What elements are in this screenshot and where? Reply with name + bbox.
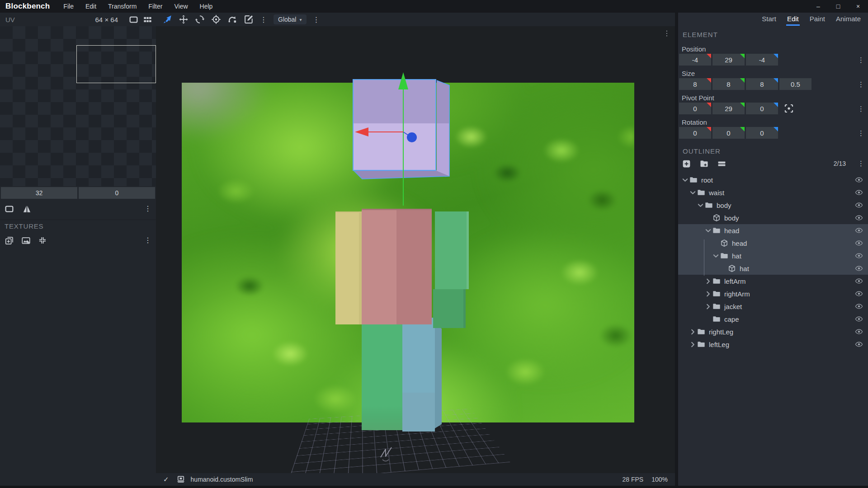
- rotate-tool-icon[interactable]: [195, 14, 205, 24]
- tab-animate[interactable]: Animate: [836, 15, 861, 24]
- toolbar-menu-icon[interactable]: ⋮: [260, 15, 267, 24]
- pivot-x-input[interactable]: 0: [679, 103, 711, 114]
- transform-space-dropdown[interactable]: Global ▾: [274, 14, 307, 24]
- pivot-tool-icon[interactable]: [211, 14, 221, 24]
- model-body[interactable]: [362, 209, 432, 324]
- outliner-row-jacket[interactable]: jacket: [678, 300, 868, 313]
- viewport-menu-icon[interactable]: ⋮: [663, 29, 670, 38]
- size-y-input[interactable]: 8: [712, 78, 745, 90]
- outliner-row-leftleg[interactable]: leftLeg: [678, 338, 868, 351]
- visibility-eye-icon[interactable]: [854, 176, 863, 184]
- outliner-row-body-group[interactable]: body: [678, 199, 868, 211]
- mirror-view-icon[interactable]: [22, 204, 32, 214]
- visibility-eye-icon[interactable]: [854, 201, 863, 209]
- menu-edit[interactable]: Edit: [85, 3, 96, 10]
- outliner-row-root[interactable]: root: [678, 174, 868, 186]
- menu-transform[interactable]: Transform: [108, 3, 137, 10]
- rotation-menu-icon[interactable]: ⋮: [858, 129, 864, 137]
- uv-editor-canvas[interactable]: [0, 26, 156, 186]
- import-texture-icon[interactable]: [5, 236, 14, 245]
- chevron-down-icon[interactable]: [681, 176, 689, 183]
- visibility-eye-icon[interactable]: [854, 277, 863, 285]
- resize-gizmo-icon[interactable]: [179, 14, 189, 24]
- position-z-input[interactable]: -4: [746, 54, 778, 66]
- uv-y-slider[interactable]: 0: [79, 187, 155, 199]
- chevron-down-icon[interactable]: [712, 252, 720, 259]
- size-menu-icon[interactable]: ⋮: [858, 80, 864, 89]
- grid-toggle-icon[interactable]: [143, 15, 152, 24]
- uv-frame-icon[interactable]: [5, 204, 14, 214]
- outliner-row-hat-cube[interactable]: hat: [678, 262, 868, 275]
- tab-start[interactable]: Start: [762, 15, 776, 24]
- tab-edit[interactable]: Edit: [787, 15, 799, 24]
- rotation-z-input[interactable]: 0: [746, 127, 778, 139]
- add-cube-icon[interactable]: [682, 159, 691, 169]
- 3d-viewport[interactable]: ⋮: [156, 26, 675, 473]
- add-group-icon[interactable]: [699, 159, 709, 169]
- chevron-right-icon[interactable]: [704, 290, 712, 297]
- menu-view[interactable]: View: [174, 3, 188, 10]
- model-right-leg[interactable]: [402, 318, 435, 432]
- outliner-row-body-cube[interactable]: body: [678, 211, 868, 224]
- outliner-row-cape[interactable]: cape: [678, 313, 868, 325]
- visibility-eye-icon[interactable]: [854, 302, 863, 310]
- visibility-eye-icon[interactable]: [854, 328, 863, 336]
- outliner-menu-icon[interactable]: ⋮: [858, 160, 864, 168]
- visibility-eye-icon[interactable]: [854, 239, 863, 247]
- outliner-row-leftarm[interactable]: leftArm: [678, 275, 868, 287]
- chevron-down-icon[interactable]: [696, 202, 704, 209]
- chevron-right-icon[interactable]: [689, 328, 697, 335]
- outliner-row-rightleg[interactable]: rightLeg: [678, 325, 868, 338]
- size-x-input[interactable]: 8: [679, 78, 711, 90]
- visibility-eye-icon[interactable]: [854, 340, 863, 348]
- model-left-arm[interactable]: [335, 211, 362, 324]
- visibility-eye-icon[interactable]: [854, 214, 863, 222]
- center-pivot-icon[interactable]: [783, 103, 794, 114]
- outliner-row-rightarm[interactable]: rightArm: [678, 287, 868, 300]
- create-texture-icon[interactable]: [21, 236, 31, 245]
- rotation-x-input[interactable]: 0: [679, 127, 711, 139]
- uv-toolbar-menu-icon[interactable]: ⋮: [144, 205, 151, 212]
- tab-paint[interactable]: Paint: [810, 15, 825, 24]
- menu-filter[interactable]: Filter: [148, 3, 162, 10]
- menu-file[interactable]: File: [63, 3, 74, 10]
- edit-tool-icon[interactable]: [244, 14, 254, 24]
- outliner-row-head-group[interactable]: head: [678, 224, 868, 237]
- uv-x-slider[interactable]: 32: [1, 187, 77, 199]
- chevron-right-icon[interactable]: [704, 277, 712, 285]
- outliner-row-hat-group[interactable]: hat: [678, 249, 868, 262]
- validation-check-icon[interactable]: ✓: [163, 475, 169, 483]
- append-template-icon[interactable]: [38, 236, 47, 245]
- toggle-rows-icon[interactable]: [717, 159, 726, 169]
- vertex-snap-icon[interactable]: [227, 14, 237, 24]
- outliner-row-waist[interactable]: waist: [678, 186, 868, 199]
- chevron-down-icon[interactable]: [704, 227, 712, 234]
- pivot-z-input[interactable]: 0: [746, 103, 778, 114]
- chevron-right-icon[interactable]: [704, 303, 712, 310]
- visibility-eye-icon[interactable]: [854, 252, 863, 260]
- visibility-eye-icon[interactable]: [854, 290, 863, 298]
- minimize-button[interactable]: –: [808, 0, 828, 13]
- rotation-y-input[interactable]: 0: [712, 127, 745, 139]
- outliner-row-head-cube[interactable]: head: [678, 237, 868, 249]
- move-tool-icon[interactable]: [162, 14, 172, 24]
- maximize-button[interactable]: □: [828, 0, 848, 13]
- visibility-eye-icon[interactable]: [854, 315, 863, 323]
- pivot-menu-icon[interactable]: ⋮: [858, 105, 864, 113]
- chevron-down-icon[interactable]: [689, 189, 697, 196]
- uv-selection-box[interactable]: [76, 45, 156, 83]
- inflate-input[interactable]: 0.5: [779, 78, 811, 90]
- visibility-eye-icon[interactable]: [854, 226, 863, 235]
- close-button[interactable]: ×: [848, 0, 868, 13]
- position-x-input[interactable]: -4: [679, 54, 711, 66]
- frame-view-icon[interactable]: [129, 15, 138, 24]
- position-menu-icon[interactable]: ⋮: [858, 56, 864, 64]
- pivot-y-input[interactable]: 29: [712, 103, 745, 114]
- menu-help[interactable]: Help: [200, 3, 213, 10]
- model-right-arm[interactable]: [435, 211, 469, 289]
- textures-menu-icon[interactable]: ⋮: [144, 237, 151, 244]
- visibility-eye-icon[interactable]: [854, 264, 863, 272]
- position-y-input[interactable]: 29: [712, 54, 745, 66]
- chevron-right-icon[interactable]: [689, 341, 697, 348]
- zoom-level[interactable]: 100%: [651, 476, 668, 483]
